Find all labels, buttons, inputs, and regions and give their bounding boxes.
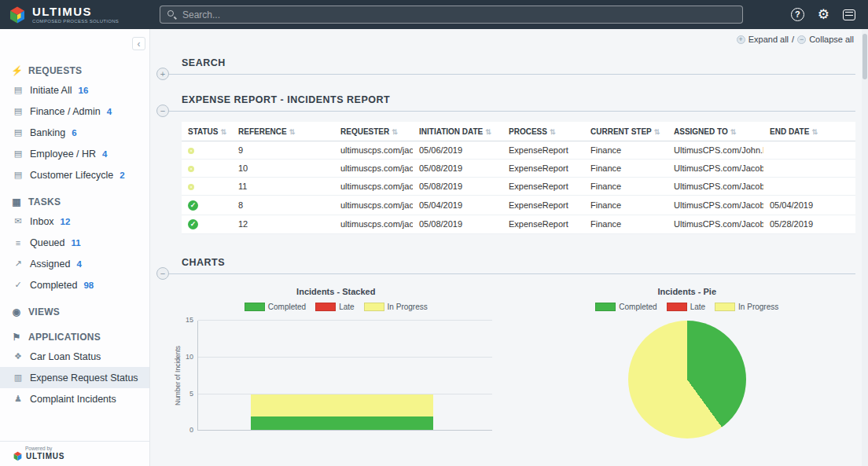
chart-legend: CompletedLateIn Progress	[171, 303, 502, 311]
sidebar-footer: Powered by ULTIMUS	[0, 441, 149, 466]
reference-cell: 12	[232, 215, 334, 234]
legend-label: In Progress	[388, 303, 428, 311]
help-icon[interactable]: ?	[791, 8, 804, 21]
sidebar-item-finance-admin[interactable]: ▤ Finance / Admin 4	[0, 101, 149, 122]
sort-icon[interactable]: ⇅	[811, 128, 818, 136]
column-header-requester[interactable]: REQUESTER⇅	[334, 122, 413, 141]
stacked-bar-chart: Incidents - Stacked CompletedLateIn Prog…	[171, 287, 502, 438]
collapse-all-link[interactable]: Collapse all	[809, 35, 854, 44]
sidebar-item-inbox[interactable]: ✉ Inbox 12	[0, 211, 149, 232]
table-row[interactable]: ✓8ultimuscps.com/jacob.p05/04/2019Expens…	[182, 196, 855, 215]
column-header-reference[interactable]: REFERENCE⇅	[232, 122, 334, 141]
brand-name: ULTIMUS	[32, 6, 119, 17]
sidebar-item-car-loan-status[interactable]: ❖ Car Loan Status	[0, 346, 149, 367]
table-row[interactable]: 11ultimuscps.com/jacob.p05/08/2019Expens…	[182, 178, 855, 196]
sidebar-item-completed[interactable]: ✓ Completed 98	[0, 274, 149, 295]
table-row[interactable]: 10ultimuscps.com/jacob.p05/08/2019Expens…	[182, 160, 855, 178]
cube-logo-icon	[8, 6, 27, 24]
column-header-status[interactable]: STATUS⇅	[182, 122, 232, 141]
search-section: SEARCH	[163, 55, 855, 75]
sort-icon[interactable]: ⇅	[392, 128, 398, 136]
in-progress-status-icon	[188, 148, 194, 154]
stacked-bar	[251, 321, 433, 431]
sidebar-item-expense-request-status[interactable]: ▥ Expense Request Status	[0, 367, 149, 388]
sidebar-section-requests[interactable]: ⚡ REQUESTS	[0, 62, 149, 79]
current-step-cell: Finance	[584, 160, 668, 178]
sort-icon[interactable]: ⇅	[485, 128, 491, 136]
sidebar-section-views[interactable]: ◉ VIEWS	[0, 303, 149, 321]
sidebar-item-banking[interactable]: ▤ Banking 6	[0, 122, 149, 143]
expand-all-link[interactable]: Expand all	[748, 35, 789, 44]
collapse-section-icon[interactable]	[156, 105, 169, 117]
column-header-current-step[interactable]: CURRENT STEP⇅	[584, 122, 668, 141]
charts-section: CHARTS Incidents - Stacked CompletedLate…	[163, 255, 855, 438]
current-step-cell: Finance	[584, 141, 668, 160]
y-tick-label: 5	[189, 390, 193, 398]
brand-logo[interactable]: ULTIMUS COMPOSED PROCESS SOLUTIONS	[0, 6, 150, 24]
legend-label: Completed	[268, 303, 306, 311]
sidebar-item-customer-lifecycle[interactable]: ▤ Customer Lifecycle 2	[0, 164, 149, 185]
item-count: 11	[71, 238, 80, 248]
requester-cell: ultimuscps.com/jacob.p	[334, 215, 413, 234]
end-date-cell: 05/04/2019	[763, 196, 855, 215]
sort-icon[interactable]: ⇅	[289, 128, 296, 136]
column-header-end-date[interactable]: END DATE⇅	[763, 122, 855, 141]
sidebar-item-queued[interactable]: ≡ Queued 11	[0, 232, 149, 253]
column-header-initiation-date[interactable]: INITIATION DATE⇅	[413, 122, 502, 141]
sort-icon[interactable]: ⇅	[221, 128, 227, 136]
reference-cell: 10	[232, 160, 334, 178]
chart-legend: CompletedLateIn Progress	[522, 303, 853, 311]
plot-area: Number of Incidents 051015	[174, 321, 502, 431]
bank-icon: ❖	[13, 351, 24, 361]
requester-cell: ultimuscps.com/jacob.p	[334, 196, 413, 215]
document-icon: ▤	[13, 106, 24, 116]
requester-cell: ultimuscps.com/jacob.p	[334, 141, 413, 160]
current-step-cell: Finance	[584, 196, 668, 215]
item-label: Complaint Incidents	[30, 394, 116, 405]
section-label: TASKS	[28, 196, 61, 207]
person-icon: ♟	[13, 394, 24, 404]
search-input[interactable]	[160, 6, 743, 24]
sidebar-item-complaint-incidents[interactable]: ♟ Complaint Incidents	[0, 388, 149, 409]
scrollbar-thumb[interactable]	[862, 34, 867, 79]
assigned-to-cell: UltimusCPS.com/Jacob.F	[668, 178, 763, 196]
in-progress-status-icon	[188, 184, 194, 190]
sidebar-section-tasks[interactable]: ▦ TASKS	[0, 193, 149, 211]
layers-icon: ≡	[13, 238, 24, 248]
sidebar-section-applications[interactable]: ⚑ APPLICATIONS	[0, 328, 149, 346]
legend-swatch	[595, 303, 616, 311]
sidebar-nav: ⚡ REQUESTS ▤ Initiate All 16 ▤ Finance /…	[0, 29, 149, 441]
scrollbar[interactable]	[862, 29, 868, 466]
sort-icon[interactable]: ⇅	[654, 128, 660, 136]
completed-status-icon: ✓	[188, 219, 198, 229]
item-label: Inbox	[30, 216, 54, 227]
column-header-process[interactable]: PROCESS⇅	[502, 122, 584, 141]
assigned-to-cell: UltimusCPS.com/Jacob.F	[668, 196, 763, 215]
item-count: 16	[79, 86, 89, 95]
charts-section-header: CHARTS	[163, 255, 855, 274]
legend-label: Late	[339, 303, 354, 311]
sidebar-collapse-button[interactable]: ‹	[132, 37, 145, 50]
reference-cell: 8	[232, 196, 334, 215]
expand-all-icon[interactable]	[737, 35, 745, 44]
sort-icon[interactable]: ⇅	[550, 128, 556, 136]
topbar: ULTIMUS COMPOSED PROCESS SOLUTIONS ? ⚙	[0, 0, 868, 29]
sidebar-item-assigned[interactable]: ↗ Assigned 4	[0, 253, 149, 274]
process-cell: ExpenseReport	[502, 141, 584, 160]
item-label: Finance / Admin	[30, 106, 101, 117]
sidebar-item-initiate-all[interactable]: ▤ Initiate All 16	[0, 79, 149, 101]
initiation-date-cell: 05/06/2019	[413, 141, 502, 160]
end-date-cell	[763, 160, 855, 178]
expand-section-icon[interactable]	[156, 68, 169, 80]
sidebar-item-employee-hr[interactable]: ▤ Employee / HR 4	[0, 143, 149, 164]
legend-item: In Progress	[715, 303, 778, 311]
menu-icon[interactable]	[843, 9, 855, 20]
table-row[interactable]: 9ultimuscps.com/jacob.p05/06/2019Expense…	[182, 141, 855, 160]
y-tick-label: 10	[186, 353, 193, 361]
column-header-assigned-to[interactable]: ASSIGNED TO⇅	[668, 122, 763, 141]
legend-swatch	[315, 303, 336, 311]
table-row[interactable]: ✓12ultimuscps.com/jacob.p05/08/2019Expen…	[182, 215, 855, 234]
gear-icon[interactable]: ⚙	[818, 8, 829, 21]
collapse-all-icon[interactable]	[797, 35, 806, 44]
sort-icon[interactable]: ⇅	[730, 128, 737, 136]
